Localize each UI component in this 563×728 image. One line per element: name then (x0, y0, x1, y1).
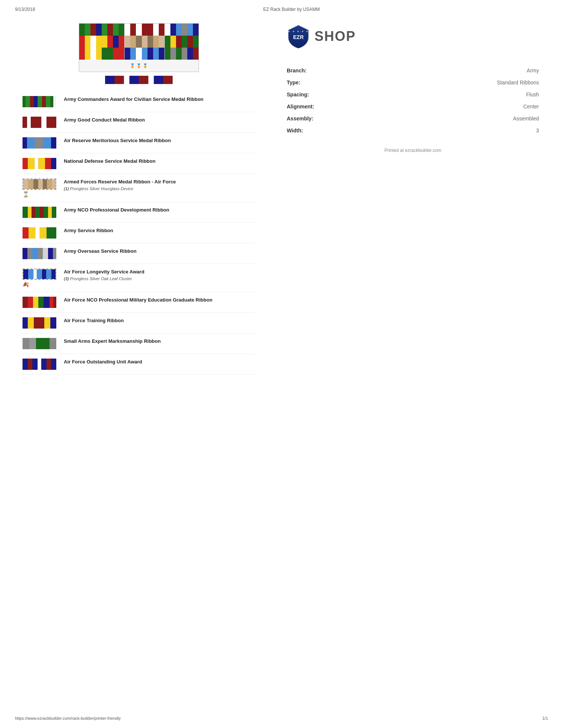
ribbon-name: Air Force Outstanding Unit Award (64, 359, 255, 365)
spacing-value: Flush (330, 89, 540, 101)
ribbon-item: Air Force NCO Professional Military Educ… (23, 292, 255, 313)
ribbon-name: Army Good Conduct Medal Ribbon (64, 117, 255, 123)
ribbon-thumb (23, 158, 56, 169)
ribbon-info: Air Reserve Meritorious Service Medal Ri… (64, 137, 255, 144)
ribbon-item: ⌛ Armed Forces Reserve Medal Ribbon - Ai… (23, 174, 255, 202)
ribbon-info: Small Arms Expert Marksmanship Ribbon (64, 338, 255, 345)
ribbon-thumb (23, 338, 56, 349)
ribbon-device: ⌛ (23, 191, 56, 197)
ribbon-thumb (23, 207, 56, 218)
ribbon-item: Small Arms Expert Marksmanship Ribbon (23, 333, 255, 354)
main-content: 🏅 🏅 🏅 (0, 16, 563, 382)
ribbon-info: Air Force NCO Professional Military Educ… (64, 297, 255, 303)
device-num: (1) (64, 186, 69, 191)
width-value: 3 (330, 125, 540, 137)
small-rack-preview (79, 76, 199, 84)
ribbon-thumb (23, 117, 56, 128)
ribbon-info: Army NCO Professional Development Ribbon (64, 207, 255, 213)
branch-value: Army (330, 65, 540, 77)
ribbon-name: Army NCO Professional Development Ribbon (64, 207, 255, 213)
left-panel: 🏅 🏅 🏅 (23, 23, 255, 375)
assembly-row: Assembly: Assembled (285, 113, 540, 125)
ribbon-item: Air Force Outstanding Unit Award (23, 354, 255, 375)
ribbon-info: Army Good Conduct Medal Ribbon (64, 117, 255, 123)
ribbon-list: Army Commanders Award for Civilian Servi… (23, 92, 255, 375)
alignment-label: Alignment: (285, 101, 330, 113)
ribbon-thumb-dashed: 🍂 (23, 269, 56, 287)
assembly-value: Assembled (330, 113, 540, 125)
ribbon-info: Army Commanders Award for Civilian Servi… (64, 96, 255, 103)
ribbon-thumb (23, 359, 56, 370)
logo-icon: ★ ★ ★ ★ ★ EZR (285, 23, 312, 50)
ribbon-info: Army Service Ribbon (64, 227, 255, 234)
type-label: Type: (285, 77, 330, 89)
ribbon-item: Air Force Training Ribbon (23, 313, 255, 333)
page-title: EZ Rack Builder by USAMM (263, 7, 320, 12)
ezr-logo: ★ ★ ★ ★ ★ EZR SHOP (285, 23, 540, 50)
alignment-row: Alignment: Center (285, 101, 540, 113)
branch-row: Branch: Army (285, 65, 540, 77)
ribbon-thumb (23, 137, 56, 149)
ribbon-name: Army Service Ribbon (64, 227, 255, 234)
rack-preview: 🏅 🏅 🏅 (79, 23, 199, 84)
ribbon-info: Army Overseas Service Ribbon (64, 248, 255, 255)
ribbon-info: Air Force Training Ribbon (64, 317, 255, 324)
type-row: Type: Standard Ribbons (285, 77, 540, 89)
logo-shop-text: SHOP (315, 29, 356, 44)
ribbon-item: Army NCO Professional Development Ribbon (23, 202, 255, 223)
ribbon-info: Armed Forces Reserve Medal Ribbon - Air … (64, 179, 255, 191)
ribbon-item: Army Service Ribbon (23, 223, 255, 243)
ribbon-name: Armed Forces Reserve Medal Ribbon - Air … (64, 179, 255, 185)
ribbon-thumb (23, 96, 56, 107)
page-header: 9/13/2018 EZ Rack Builder by USAMM (0, 0, 563, 16)
svg-text:★ ★ ★ ★ ★: ★ ★ ★ ★ ★ (288, 30, 309, 33)
width-row: Width: 3 (285, 125, 540, 137)
footer-page: 1/1 (542, 716, 548, 720)
printed-at: Printed at ezrackbuilder.com (285, 148, 540, 153)
svg-text:EZR: EZR (293, 34, 304, 40)
ribbon-name: Air Force Longevity Service Award (64, 269, 255, 275)
ribbon-name: Army Commanders Award for Civilian Servi… (64, 96, 255, 103)
spacing-row: Spacing: Flush (285, 89, 540, 101)
print-date: 9/13/2018 (15, 7, 35, 12)
rack-top-image: 🏅 🏅 🏅 (79, 23, 199, 72)
ribbon-item: Air Reserve Meritorious Service Medal Ri… (23, 133, 255, 153)
type-value: Standard Ribbons (330, 77, 540, 89)
ribbon-name: Air Reserve Meritorious Service Medal Ri… (64, 137, 255, 144)
ribbon-thumb (23, 317, 56, 329)
width-label: Width: (285, 125, 330, 137)
right-panel: ★ ★ ★ ★ ★ EZR SHOP Branch: Army Type: St… (270, 23, 540, 375)
ribbon-item: 🍂 Air Force Longevity Service Award (3) … (23, 264, 255, 292)
ribbon-device: 🍂 (23, 281, 56, 287)
hourglass-icon: ⌛ (23, 191, 29, 197)
spacing-label: Spacing: (285, 89, 330, 101)
ribbon-item: Army Good Conduct Medal Ribbon (23, 112, 255, 133)
ribbon-bar (23, 269, 56, 280)
oakleaf-icon: 🍂 (23, 281, 29, 287)
ribbon-info: National Defense Service Medal Ribbon (64, 158, 255, 165)
ribbon-thumb-dashed: ⌛ (23, 179, 56, 197)
ribbon-info: Air Force Outstanding Unit Award (64, 359, 255, 365)
ribbon-thumb (23, 227, 56, 239)
ribbon-name: Army Overseas Service Ribbon (64, 248, 255, 255)
ribbon-name: National Defense Service Medal Ribbon (64, 158, 255, 165)
footer-url: https://www.ezrackbuilder.com/rack-build… (15, 716, 121, 720)
ribbon-info: Air Force Longevity Service Award (3) Pr… (64, 269, 255, 281)
ribbon-thumb (23, 248, 56, 259)
ribbon-name: Small Arms Expert Marksmanship Ribbon (64, 338, 255, 345)
ribbon-device-text: (3) Prongless Silver Oak Leaf Cluster (64, 276, 255, 281)
ribbon-item: Army Commanders Award for Civilian Servi… (23, 92, 255, 112)
assembly-label: Assembly: (285, 113, 330, 125)
ribbon-item: National Defense Service Medal Ribbon (23, 153, 255, 174)
branch-label: Branch: (285, 65, 330, 77)
ribbon-thumb (23, 297, 56, 308)
device-num: (3) (64, 276, 69, 281)
ribbon-bar (23, 179, 56, 190)
ribbon-device-text: (1) Prongless Silver Hourglass Device (64, 186, 255, 191)
page-footer: https://www.ezrackbuilder.com/rack-build… (0, 716, 563, 720)
ribbon-item: Army Overseas Service Ribbon (23, 243, 255, 264)
info-table: Branch: Army Type: Standard Ribbons Spac… (285, 65, 540, 137)
ribbon-name: Air Force Training Ribbon (64, 317, 255, 324)
ribbon-name: Air Force NCO Professional Military Educ… (64, 297, 255, 303)
alignment-value: Center (330, 101, 540, 113)
